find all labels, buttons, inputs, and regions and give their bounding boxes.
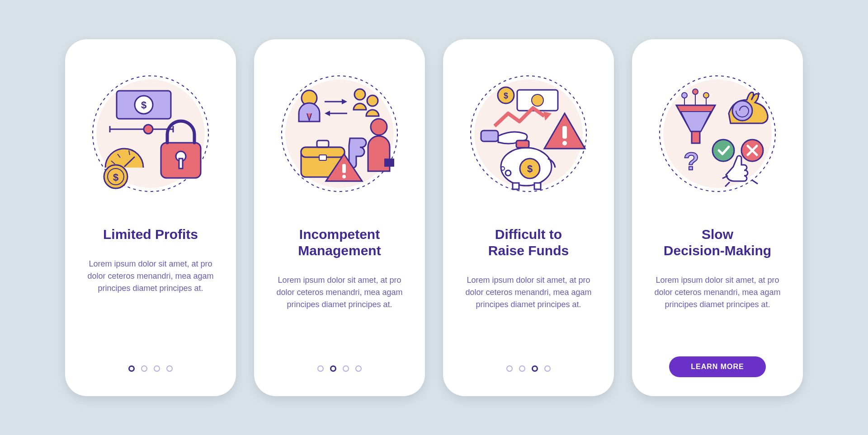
dot-4[interactable]: [544, 365, 551, 372]
dot-4[interactable]: [355, 365, 362, 372]
svg-point-58: [732, 101, 752, 121]
dot-3[interactable]: [154, 365, 160, 372]
svg-point-47: [562, 141, 567, 145]
svg-rect-33: [319, 155, 326, 160]
svg-point-27: [367, 95, 378, 106]
svg-point-36: [342, 175, 346, 178]
svg-text:$: $: [141, 99, 146, 111]
raise-funds-illustration: $ $: [463, 68, 594, 199]
svg-point-61: [703, 93, 709, 98]
card-title: Difficult to Raise Funds: [488, 226, 569, 259]
dot-2[interactable]: [519, 365, 525, 372]
incompetent-management-illustration: [274, 68, 405, 199]
svg-rect-52: [513, 183, 519, 189]
card-title: Limited Profits: [103, 226, 198, 243]
svg-point-28: [371, 119, 387, 135]
svg-rect-49: [516, 140, 529, 148]
svg-point-26: [354, 89, 365, 100]
svg-text:?: ?: [684, 147, 699, 175]
dot-1[interactable]: [128, 365, 135, 372]
dot-1[interactable]: [506, 365, 513, 372]
svg-rect-18: [179, 159, 183, 168]
slow-decision-illustration: ?: [652, 68, 783, 199]
pagination-dots: [128, 365, 173, 372]
limited-profits-illustration: $ $: [85, 68, 216, 199]
dot-2[interactable]: [330, 365, 336, 372]
pagination-dots: [506, 365, 551, 372]
dot-4[interactable]: [166, 365, 173, 372]
card-title: Incompetent Management: [298, 226, 381, 259]
dot-3[interactable]: [532, 365, 538, 372]
svg-rect-46: [562, 126, 567, 139]
onboarding-card-2: Incompetent Management Lorem ipsum dolor…: [254, 39, 425, 396]
svg-text:$: $: [504, 91, 508, 100]
pagination-dots: [317, 365, 362, 372]
svg-rect-67: [692, 131, 700, 143]
svg-point-40: [532, 94, 543, 106]
dot-1[interactable]: [317, 365, 324, 372]
dot-2[interactable]: [141, 365, 147, 372]
svg-rect-44: [481, 131, 498, 141]
svg-text:$: $: [113, 172, 118, 183]
svg-point-59: [682, 93, 687, 98]
card-description: Lorem ipsum dolor sit amet, at pro dolor…: [87, 258, 214, 295]
svg-point-69: [712, 140, 734, 161]
svg-rect-29: [384, 159, 394, 167]
svg-rect-53: [534, 183, 541, 189]
svg-point-60: [693, 89, 698, 94]
card-description: Lorem ipsum dolor sit amet, at pro dolor…: [465, 274, 592, 311]
svg-point-8: [144, 125, 153, 134]
card-title: Slow Decision-Making: [664, 226, 771, 259]
learn-more-button[interactable]: LEARN MORE: [669, 356, 766, 377]
svg-line-75: [752, 180, 758, 184]
onboarding-card-3: $ $ D: [443, 39, 614, 396]
dot-3[interactable]: [343, 365, 349, 372]
onboarding-row: $ $ L: [65, 39, 803, 396]
svg-text:$: $: [527, 163, 533, 174]
onboarding-card-1: $ $ L: [65, 39, 236, 396]
onboarding-card-4: ? Slow Decision-Making Lorem ipsum dolor…: [632, 39, 803, 396]
card-description: Lorem ipsum dolor sit amet, at pro dolor…: [654, 274, 781, 311]
svg-rect-35: [342, 164, 346, 173]
card-description: Lorem ipsum dolor sit amet, at pro dolor…: [276, 274, 403, 311]
